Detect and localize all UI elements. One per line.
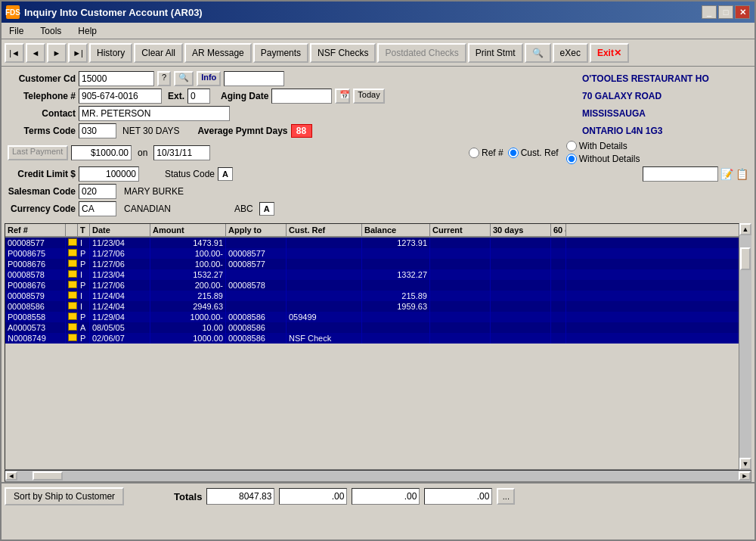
customer-cd-search-button[interactable]: 🔍 bbox=[174, 71, 194, 86]
cell-ref: 00008577 bbox=[5, 238, 66, 248]
table-row[interactable]: 00008586 I 11/24/04 2949.63 1959.63 bbox=[5, 301, 739, 312]
today-button[interactable]: Today bbox=[353, 89, 384, 104]
last-payment-button[interactable]: Last Payment bbox=[8, 145, 68, 160]
cell-balance: 1273.91 bbox=[362, 238, 430, 248]
cell-folder[interactable] bbox=[66, 301, 78, 312]
cell-apply-to: 00008577 bbox=[226, 259, 287, 269]
cell-apply-to bbox=[226, 269, 287, 280]
cell-folder[interactable] bbox=[66, 280, 78, 291]
nav-prev-button[interactable]: ◄ bbox=[26, 43, 45, 63]
scroll-right-button[interactable]: ► bbox=[739, 471, 751, 480]
col-ref: Ref # bbox=[5, 224, 66, 236]
cell-30days bbox=[491, 291, 551, 301]
clear-all-button[interactable]: Clear All bbox=[134, 43, 183, 63]
cell-type: P bbox=[78, 280, 90, 291]
vertical-scrollbar[interactable]: ▲ ▼ bbox=[739, 223, 751, 470]
currency-code-input[interactable] bbox=[79, 201, 116, 216]
cell-folder[interactable] bbox=[66, 312, 78, 322]
cell-date: 11/27/06 bbox=[90, 280, 150, 291]
nav-first-button[interactable]: |◄ bbox=[5, 43, 24, 63]
nav-next-button[interactable]: ► bbox=[47, 43, 67, 63]
customer-extra-input[interactable] bbox=[224, 71, 284, 86]
search-button[interactable]: 🔍 bbox=[525, 43, 551, 63]
table-row[interactable]: 00008577 I 11/23/04 1473.91 1273.91 bbox=[5, 238, 739, 248]
cell-folder[interactable] bbox=[66, 333, 78, 344]
cell-type: I bbox=[78, 238, 90, 248]
cell-folder[interactable] bbox=[66, 259, 78, 269]
table-row[interactable]: P0008558 P 11/29/04 1000.00- 00008586 05… bbox=[5, 312, 739, 322]
customer-cd-help-button[interactable]: ? bbox=[157, 71, 171, 86]
scroll-thumb[interactable] bbox=[740, 247, 751, 270]
cell-ref: N0008749 bbox=[5, 333, 66, 344]
scroll-down-button[interactable]: ▼ bbox=[739, 458, 751, 470]
contact-input[interactable] bbox=[79, 106, 230, 121]
cell-60days bbox=[551, 280, 566, 291]
ar-message-button[interactable]: AR Message bbox=[184, 43, 252, 63]
cell-folder[interactable] bbox=[66, 269, 78, 280]
calendar-button[interactable]: 📅 bbox=[335, 89, 350, 104]
cell-folder[interactable] bbox=[66, 291, 78, 301]
print-stmt-button[interactable]: Print Stmt bbox=[468, 43, 523, 63]
aging-date-input[interactable] bbox=[271, 89, 332, 104]
cell-type: P bbox=[78, 259, 90, 269]
cust-ref-input[interactable] bbox=[643, 166, 718, 182]
nav-last-button[interactable]: ►| bbox=[68, 43, 88, 63]
menu-tools[interactable]: Tools bbox=[36, 24, 66, 38]
table-row[interactable]: P0008675 P 11/27/06 100.00- 00008577 bbox=[5, 248, 739, 259]
table-row[interactable]: 00008579 I 11/24/04 215.89 215.89 bbox=[5, 291, 739, 301]
ref-radio[interactable] bbox=[469, 148, 479, 158]
exec-button[interactable]: eXec bbox=[553, 43, 588, 63]
more-button[interactable]: ... bbox=[497, 488, 515, 505]
cell-date: 11/27/06 bbox=[90, 259, 150, 269]
telephone-input[interactable] bbox=[79, 89, 162, 104]
cell-amount: 200.00- bbox=[150, 280, 226, 291]
abc-label: ABC bbox=[234, 204, 253, 214]
cell-amount: 100.00- bbox=[150, 259, 226, 269]
table-row[interactable]: P0008676 P 11/27/06 200.00- 00008578 bbox=[5, 280, 739, 291]
cell-folder[interactable] bbox=[66, 238, 78, 248]
edit-icon[interactable]: 📝 bbox=[720, 168, 733, 180]
credit-limit-input[interactable] bbox=[79, 166, 139, 182]
table-row[interactable]: P0008676 P 11/27/06 100.00- 00008577 bbox=[5, 259, 739, 269]
horizontal-scrollbar[interactable]: ◄ ► bbox=[5, 470, 751, 482]
sort-ship-to-customer-button[interactable]: Sort by Ship to Customer bbox=[5, 487, 124, 505]
cell-30days bbox=[491, 259, 551, 269]
menu-help[interactable]: Help bbox=[73, 24, 101, 38]
currency-code-label: Currency Code bbox=[8, 204, 76, 214]
table-row[interactable]: 00008578 I 11/23/04 1532.27 1332.27 bbox=[5, 269, 739, 280]
credit-limit-label: Credit Limit $ bbox=[8, 169, 76, 179]
cell-folder[interactable] bbox=[66, 322, 78, 333]
close-button[interactable]: ✕ bbox=[735, 5, 750, 19]
history-button[interactable]: History bbox=[89, 43, 132, 63]
cell-60days bbox=[551, 259, 566, 269]
cust-ref-radio[interactable] bbox=[508, 148, 519, 158]
cell-60days bbox=[551, 301, 566, 312]
menu-bar: File Tools Help bbox=[2, 23, 754, 39]
grid-body: 00008577 I 11/23/04 1473.91 1273.91 P000… bbox=[5, 238, 739, 469]
terms-code-input[interactable] bbox=[79, 123, 116, 138]
nsf-checks-button[interactable]: NSF Checks bbox=[310, 43, 376, 63]
table-row[interactable]: A0000573 A 08/05/05 10.00 00008586 bbox=[5, 322, 739, 333]
table-row[interactable]: N0008749 P 02/06/07 1000.00 00008586 NSF… bbox=[5, 333, 739, 344]
minimize-button[interactable]: _ bbox=[702, 5, 717, 19]
without-details-radio[interactable] bbox=[566, 154, 577, 164]
scroll-up-button[interactable]: ▲ bbox=[739, 223, 751, 235]
maximize-button[interactable]: □ bbox=[718, 5, 733, 19]
menu-file[interactable]: File bbox=[5, 24, 28, 38]
scroll-h-thumb[interactable] bbox=[33, 471, 63, 480]
salesman-code-input[interactable] bbox=[79, 184, 116, 199]
cell-current bbox=[430, 301, 491, 312]
cell-ref: A0000573 bbox=[5, 322, 66, 333]
edit2-icon[interactable]: 📋 bbox=[736, 168, 748, 180]
with-details-radio[interactable] bbox=[566, 141, 577, 151]
customer-cd-input[interactable] bbox=[79, 71, 154, 86]
scroll-left-button[interactable]: ◄ bbox=[5, 471, 17, 480]
cell-folder[interactable] bbox=[66, 248, 78, 259]
ext-input[interactable] bbox=[187, 89, 210, 104]
info-button[interactable]: Info bbox=[197, 71, 221, 86]
exit-button[interactable]: Exit ✕ bbox=[590, 43, 629, 63]
cell-type: I bbox=[78, 269, 90, 280]
payments-button[interactable]: Payments bbox=[253, 43, 308, 63]
customer-cd-label: Customer Cd bbox=[8, 73, 76, 84]
cell-current bbox=[430, 259, 491, 269]
